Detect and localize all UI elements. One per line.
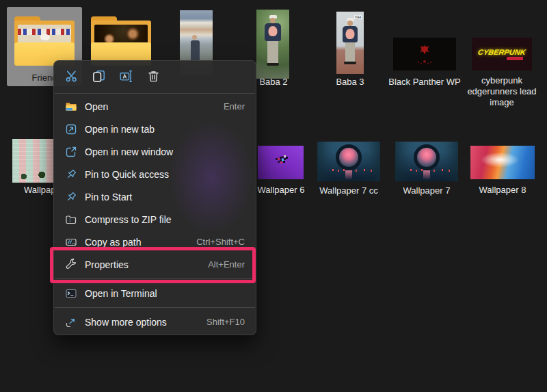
person-figure (265, 15, 281, 66)
folder-icon (91, 16, 151, 66)
menu-separator (55, 278, 255, 279)
open-folder-icon (65, 101, 77, 113)
file-tile-black-panther[interactable] (393, 38, 456, 70)
file-tile-baba3[interactable] (336, 12, 364, 74)
menu-item-pin-to-start[interactable]: Pin to Start (54, 185, 256, 208)
zip-folder-icon (65, 213, 77, 226)
person-figure (343, 18, 358, 64)
file-label: Wallpaper 6 (254, 185, 308, 196)
copy-as-path-icon (65, 236, 77, 248)
pixel-car-art (276, 158, 278, 160)
wrench-icon (65, 259, 77, 271)
shortcut-text: Shift+F10 (206, 317, 245, 327)
new-tab-icon (65, 123, 77, 135)
menu-item-open-in-new-window[interactable]: Open in new window (54, 140, 256, 163)
file-tile-folder2[interactable] (91, 16, 151, 66)
menu-separator (55, 93, 255, 94)
file-tile-wallpaper1[interactable] (12, 139, 53, 183)
copy-icon (92, 70, 105, 83)
lights-art (410, 169, 412, 171)
file-tile-cyberpunk[interactable]: CYBERPUNK (472, 38, 532, 70)
file-tile-wallpaper6[interactable] (258, 146, 304, 179)
file-tile-wallpaper7cc[interactable] (317, 142, 380, 181)
rename-icon (120, 70, 133, 83)
reflection-art (423, 170, 430, 180)
file-tile-wallpaper7[interactable] (395, 142, 458, 181)
terminal-icon (65, 287, 77, 300)
pin-icon (65, 191, 77, 203)
file-label: Wallpaper 7 cc (316, 185, 382, 196)
cut-icon (65, 70, 78, 83)
lights-art (332, 169, 334, 171)
menu-item-copy-as-path[interactable]: Copy as path Ctrl+Shift+C (54, 231, 256, 253)
pin-icon (65, 168, 77, 181)
panther-mask-art (417, 45, 432, 58)
menu-item-compress-to-zip[interactable]: Compress to ZIP file (54, 208, 256, 231)
file-tile-wallpaper8[interactable] (470, 146, 535, 179)
menu-item-open-in-new-tab[interactable]: Open in new tab (54, 118, 256, 140)
copy-button[interactable] (89, 67, 108, 86)
ring-art (336, 144, 362, 170)
show-more-options-icon (65, 316, 77, 328)
menu-item-open-in-terminal[interactable]: Open in Terminal (54, 282, 256, 304)
file-explorer-canvas: Friend Baba 2 Baba 3 Black Panther WP CY… (0, 0, 547, 392)
shortcut-text: Ctrl+Shift+C (196, 237, 245, 247)
menu-item-properties[interactable]: Properties Alt+Enter (54, 253, 256, 276)
file-label: Wallpap (24, 185, 55, 196)
cyberpunk-tag-art (507, 57, 523, 60)
folder-icon (14, 16, 75, 66)
file-label: Wallpaper 8 (470, 185, 535, 196)
necklace-art (423, 60, 426, 63)
file-tile-baba2[interactable] (256, 10, 289, 79)
delete-button[interactable] (144, 67, 163, 86)
cut-button[interactable] (62, 67, 81, 86)
menu-separator (55, 307, 255, 308)
ring-art (414, 144, 440, 170)
shortcut-text: Alt+Enter (208, 259, 245, 270)
file-label: Baba 3 (323, 77, 377, 88)
delete-icon (147, 70, 160, 83)
file-label: Black Panther WP (388, 77, 462, 88)
context-menu: Open Enter Open in new tab Open in new w… (53, 60, 256, 335)
context-menu-toolbar (54, 61, 256, 92)
menu-item-open[interactable]: Open Enter (54, 95, 256, 118)
new-window-icon (65, 146, 77, 158)
shortcut-text: Enter (224, 101, 245, 112)
file-label: cyberpunk edgerunners lead image (466, 75, 538, 108)
menu-item-show-more-options[interactable]: Show more options Shift+F10 (54, 311, 256, 333)
menu-item-pin-to-quick-access[interactable]: Pin to Quick access (54, 163, 256, 185)
cyberpunk-logo: CYBERPUNK (477, 48, 526, 56)
file-label: Wallpaper 7 (395, 185, 458, 196)
reflection-art (345, 170, 352, 180)
rename-button[interactable] (116, 67, 135, 86)
